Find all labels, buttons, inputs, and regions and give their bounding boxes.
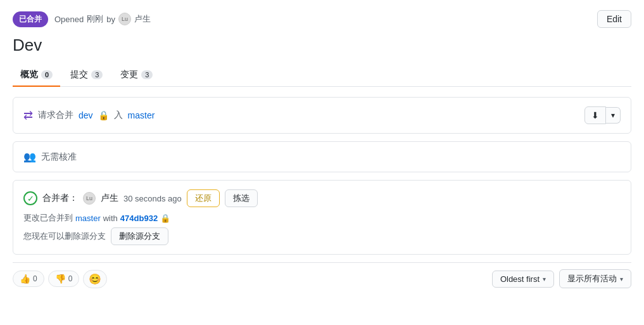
merger-avatar: Lu	[83, 192, 96, 205]
cherry-pick-button[interactable]: 拣选	[225, 189, 258, 207]
tab-commits-count: 3	[91, 70, 103, 79]
into-label: 入	[114, 110, 123, 121]
reaction-group: 👍 0 👎 0 😊	[13, 270, 107, 288]
bottom-bar: 👍 0 👎 0 😊 Oldest first ▾ 显示所有活动 ▾	[13, 262, 631, 295]
oldest-first-chevron-icon: ▾	[543, 276, 546, 283]
commit-lock-icon: 🔒	[160, 213, 170, 223]
commit-prefix: 更改已合并到	[23, 212, 73, 224]
target-branch: master	[75, 213, 101, 223]
delete-hint-text: 您现在可以删除源分支	[23, 231, 106, 242]
thumbs-down-count: 0	[68, 274, 73, 283]
avatar: Lu	[118, 13, 131, 25]
activity-filter-label: 显示所有活动	[567, 273, 617, 284]
merge-branch-card: ⇄ 请求合并 dev 🔒 入 master ⬇ ▾	[13, 97, 631, 134]
thumbs-down-button[interactable]: 👎 0	[48, 271, 80, 287]
merged-info-card: ✓ 合并者： Lu 卢生 30 seconds ago 还原 拣选 更改已合并到…	[13, 180, 631, 255]
merge-time: 30 seconds ago	[123, 194, 182, 203]
tab-changes-label: 变更	[120, 69, 138, 80]
opened-label: Opened	[54, 15, 84, 24]
revert-button[interactable]: 还原	[187, 189, 220, 207]
merge-check-icon: ✓	[23, 191, 37, 205]
pr-title: Dev	[13, 35, 631, 55]
tabs-bar: 概览 0 提交 3 变更 3	[13, 64, 631, 87]
oldest-first-label: Oldest first	[500, 274, 540, 284]
download-dropdown-button[interactable]: ▾	[606, 107, 621, 124]
thumbs-down-icon: 👎	[55, 274, 66, 284]
lock-icon: 🔒	[98, 110, 109, 120]
merged-by-label: 合并者：	[42, 193, 78, 204]
tab-commits[interactable]: 提交 3	[63, 64, 110, 87]
filter-group: Oldest first ▾ 显示所有活动 ▾	[492, 269, 631, 288]
emoji-icon: 😊	[89, 274, 101, 284]
reviewer-icon: 👥	[23, 151, 36, 163]
thumbs-up-button[interactable]: 👍 0	[13, 271, 44, 287]
edit-button[interactable]: Edit	[597, 10, 631, 28]
oldest-first-button[interactable]: Oldest first ▾	[492, 271, 554, 288]
merged-badge: 已合并	[13, 11, 48, 27]
activity-chevron-icon: ▾	[620, 276, 623, 283]
add-emoji-button[interactable]: 😊	[83, 270, 107, 288]
merge-request-label: 请求合并	[38, 110, 73, 121]
with-text: with	[103, 213, 118, 223]
branch-from: dev	[79, 110, 93, 120]
no-review-label: 无需核准	[41, 151, 77, 163]
branch-into: master	[128, 110, 155, 120]
by-label: by	[106, 15, 115, 24]
tab-commits-label: 提交	[70, 69, 88, 80]
tab-overview[interactable]: 概览 0	[13, 64, 60, 87]
tab-overview-count: 0	[41, 70, 53, 79]
merger-name: 卢生	[101, 193, 118, 204]
pr-meta: Opened 刚刚 by Lu 卢生	[54, 13, 151, 25]
thumbs-up-icon: 👍	[20, 274, 30, 284]
download-icon: ⬇	[591, 110, 599, 120]
tab-overview-label: 概览	[20, 69, 38, 80]
commit-hash[interactable]: 474db932	[120, 213, 158, 223]
tab-changes-count: 3	[141, 70, 153, 79]
reviewer-card: 👥 无需核准	[13, 141, 631, 172]
tab-changes[interactable]: 变更 3	[113, 64, 160, 87]
thumbs-up-count: 0	[33, 274, 37, 283]
activity-filter-button[interactable]: 显示所有活动 ▾	[559, 269, 631, 288]
download-button[interactable]: ⬇	[584, 106, 606, 124]
chevron-down-icon: ▾	[611, 111, 615, 120]
merge-icon: ⇄	[23, 108, 33, 122]
open-time: 刚刚	[87, 13, 103, 25]
author-name: 卢生	[134, 13, 151, 25]
delete-branch-button[interactable]: 删除源分支	[111, 227, 168, 245]
